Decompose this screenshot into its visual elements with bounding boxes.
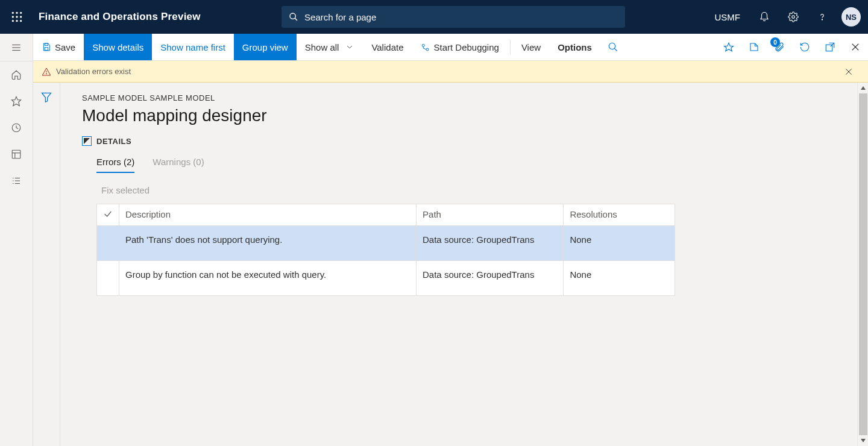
separator [510,40,511,54]
column-description[interactable]: Description [119,204,417,226]
svg-marker-45 [84,138,90,144]
page-options-icon[interactable] [741,34,767,60]
debug-icon [420,42,430,52]
svg-point-12 [822,19,822,20]
triangle-down-icon [84,138,90,144]
cell-resolutions: None [564,261,675,296]
svg-marker-47 [861,439,866,442]
app-launcher-icon[interactable] [0,0,34,34]
nav-home-icon[interactable] [0,61,33,88]
svg-point-30 [426,48,429,51]
cell-description: Group by function can not be executed wi… [119,261,417,296]
cell-path: Data source: GroupedTrans [417,226,564,261]
svg-point-0 [12,12,14,14]
errors-grid: Description Path Resolutions Path 'Trans… [96,204,675,296]
nav-workspaces-icon[interactable] [0,141,33,168]
svg-point-41 [46,73,46,74]
breadcrumb: SAMPLE MODEL SAMPLE MODEL [82,93,846,102]
tab-warnings[interactable]: Warnings (0) [153,157,204,173]
start-debugging-button[interactable]: Start Debugging [412,34,507,60]
cell-path: Data source: GroupedTrans [417,261,564,296]
top-header: Finance and Operations Preview Search fo… [0,0,868,34]
notifications-icon[interactable] [751,0,778,34]
search-placeholder: Search for a page [304,12,376,22]
svg-marker-16 [12,97,21,106]
view-button[interactable]: View [513,34,549,60]
svg-point-33 [609,43,615,49]
popout-button[interactable] [817,34,843,60]
svg-point-6 [12,20,14,22]
filter-icon[interactable] [40,91,52,446]
show-all-button[interactable]: Show all [297,34,363,60]
page-area: SAMPLE MODEL SAMPLE MODEL Model mapping … [60,83,868,446]
brand-title: Finance and Operations Preview [39,11,201,23]
attachments-button[interactable]: 0 [767,34,792,60]
nav-favorites-icon[interactable] [0,88,33,115]
tab-errors[interactable]: Errors (2) [96,157,134,173]
svg-rect-28 [45,48,48,51]
table-row[interactable]: Path 'Trans' does not support querying. … [97,226,675,261]
refresh-button[interactable] [792,34,817,60]
chevron-down-icon [345,42,354,52]
nav-expand-button[interactable] [0,34,33,61]
show-details-button[interactable]: Show details [84,34,152,60]
row-checkbox[interactable] [97,226,119,261]
options-button[interactable]: Options [549,34,600,60]
table-row[interactable]: Group by function can not be executed wi… [97,261,675,296]
nav-modules-icon[interactable] [0,168,33,194]
scroll-thumb[interactable] [859,93,867,435]
column-path[interactable]: Path [417,204,564,226]
svg-point-7 [16,20,17,22]
details-collapse-button[interactable] [82,136,92,146]
user-avatar[interactable]: NS [841,7,861,27]
settings-icon[interactable] [780,0,807,34]
save-button[interactable]: Save [33,34,84,60]
svg-point-1 [16,12,17,14]
validation-banner-text: Validation errors exist [56,67,131,76]
row-checkbox[interactable] [97,261,119,296]
svg-point-2 [20,12,22,14]
vertical-scrollbar[interactable] [857,83,868,446]
close-button[interactable] [843,34,868,60]
warning-icon [42,67,51,77]
column-resolutions[interactable]: Resolutions [564,204,675,226]
find-button[interactable] [600,34,626,60]
filter-column [33,83,60,446]
attachments-badge: 0 [770,37,780,47]
search-input[interactable]: Search for a page [281,6,625,28]
save-icon [42,42,51,52]
svg-point-4 [16,16,17,17]
company-code[interactable]: USMF [706,12,749,22]
svg-point-5 [20,16,22,17]
personalize-icon[interactable] [716,34,741,60]
action-bar: Save Show details Show name first Group … [33,34,868,61]
nav-rail [0,34,33,446]
show-name-first-button[interactable]: Show name first [152,34,234,60]
scroll-down-icon[interactable] [858,435,869,446]
svg-point-8 [20,20,22,22]
svg-point-3 [12,16,14,17]
select-all-header[interactable] [97,204,119,226]
page-title: Model mapping designer [82,106,846,125]
nav-recent-icon[interactable] [0,115,33,141]
svg-line-10 [295,18,297,20]
svg-rect-27 [45,43,48,45]
details-label: DETAILS [96,137,131,146]
svg-marker-44 [42,93,51,102]
svg-line-34 [614,48,617,51]
cell-resolutions: None [564,226,675,261]
svg-rect-18 [12,150,20,159]
fix-selected-button[interactable]: Fix selected [101,185,846,195]
group-view-button[interactable]: Group view [234,34,297,60]
cell-description: Path 'Trans' does not support querying. [119,226,417,261]
banner-close-button[interactable] [843,67,860,77]
validation-banner: Validation errors exist [33,61,868,83]
svg-point-9 [290,13,295,19]
validate-button[interactable]: Validate [363,34,412,60]
header-right: USMF NS [706,0,864,34]
svg-marker-35 [725,43,734,51]
help-icon[interactable] [809,0,835,34]
scroll-up-icon[interactable] [858,83,869,93]
svg-marker-46 [861,86,866,90]
svg-line-32 [424,48,427,49]
